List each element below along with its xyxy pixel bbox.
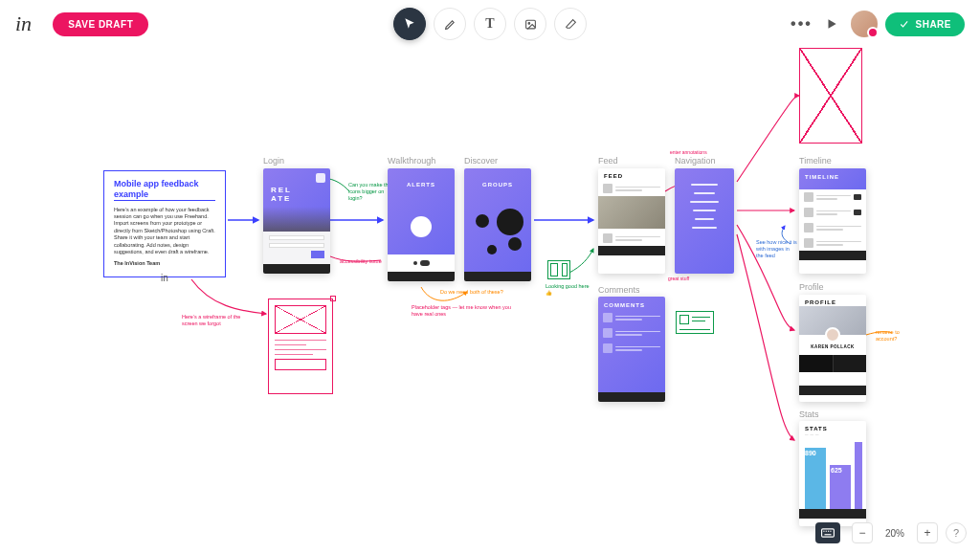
help-button[interactable]: ? [946, 522, 967, 543]
screen-feed[interactable]: FEED [598, 168, 665, 274]
intro-card: Mobile app feedback example Here’s an ex… [103, 170, 226, 277]
svg-rect-7 [825, 534, 832, 535]
label-navigation: Navigation [675, 156, 716, 166]
share-button[interactable]: SHARE [885, 12, 965, 36]
toolbar: T [393, 8, 587, 40]
screen-walkthrough[interactable]: ALERTS [388, 168, 455, 281]
note-nav-pink: enter annotations [670, 149, 718, 156]
profile-name: KAREN POLLACK [799, 344, 866, 349]
avatar[interactable] [851, 11, 878, 37]
note-discover-orange: Do we need both of these? [440, 289, 507, 296]
profile-title: PROFILE [799, 295, 866, 306]
svg-rect-0 [525, 20, 535, 29]
note-timeline-blue: See how nice it is with images in the fe… [756, 239, 798, 259]
screen-profile[interactable]: PROFILE KAREN POLLACK [799, 295, 866, 402]
svg-point-1 [528, 22, 530, 24]
invision-logo: in [15, 11, 32, 36]
note-feed-green: Looking good here 👍 [546, 283, 591, 297]
more-icon[interactable]: ••• [790, 15, 813, 33]
pencil-tool[interactable] [434, 8, 466, 40]
screen-comments[interactable]: COMMENTS [598, 297, 665, 402]
comments-title: COMMENTS [598, 297, 665, 310]
zoom-bar: − 20% + ? [815, 522, 967, 543]
label-profile: Profile [799, 282, 824, 292]
keyboard-icon[interactable] [815, 522, 840, 543]
intro-body: Here’s an example of how your feedback s… [114, 207, 215, 256]
note-nav-pink2: great stuff [668, 276, 716, 282]
topbar: in SAVE DRAFT T ••• SHARE [0, 0, 980, 48]
zoom-in-button[interactable]: + [917, 522, 938, 543]
label-feed: Feed [598, 156, 618, 166]
svg-rect-5 [828, 531, 829, 532]
screen-timeline[interactable]: TIMELINE [799, 168, 866, 274]
note-feed-box [547, 260, 570, 279]
walkthrough-title: ALERTS [388, 168, 455, 188]
svg-rect-4 [826, 531, 827, 532]
screen-discover[interactable]: GROUPS [464, 168, 531, 281]
stats-title: STATS [799, 421, 866, 432]
sketch-wireframe [268, 299, 333, 394]
svg-rect-2 [822, 529, 835, 537]
label-comments: Comments [598, 285, 640, 295]
eraser-tool[interactable] [554, 8, 587, 40]
text-tool[interactable]: T [474, 8, 506, 40]
screen-navigation[interactable] [675, 168, 734, 274]
timeline-title: TIMELINE [799, 168, 866, 182]
pointer-tool[interactable] [393, 8, 426, 40]
intro-title: Mobile app feedback example [114, 179, 215, 201]
note-login-pink: accessibility issue [340, 258, 388, 265]
invision-mark: in [114, 273, 215, 283]
note-profile-orange: rename to account? [876, 329, 922, 343]
discover-title: GROUPS [464, 168, 531, 188]
svg-rect-3 [823, 531, 824, 532]
freehand-canvas[interactable]: Mobile app feedback example Here’s an ex… [0, 48, 980, 553]
save-draft-button[interactable]: SAVE DRAFT [53, 12, 148, 36]
screen-login[interactable]: REL ATE [263, 168, 330, 274]
label-login: Login [263, 156, 284, 166]
zoom-level: 20% [880, 528, 909, 539]
screen-stats[interactable]: STATS ——— 890 625 [799, 421, 866, 526]
label-walkthrough: Walkthrough [388, 156, 435, 166]
note-sketch: Here’s a wireframe of the screen we forg… [182, 314, 256, 327]
image-tool[interactable] [514, 8, 546, 40]
wireframe-large [799, 48, 862, 144]
stats-a: 890 [805, 450, 816, 456]
note-discover-pink: Placeholder tags — let me know when you … [412, 304, 517, 318]
share-label: SHARE [915, 19, 951, 30]
stats-b: 625 [831, 467, 842, 474]
svg-rect-6 [830, 531, 831, 532]
label-discover: Discover [464, 156, 498, 166]
label-stats: Stats [799, 409, 819, 419]
feed-title: FEED [598, 168, 665, 181]
comment-annotation [676, 311, 714, 334]
zoom-out-button[interactable]: − [852, 522, 873, 543]
label-timeline: Timeline [799, 156, 832, 166]
intro-team: The InVision Team [114, 260, 215, 267]
play-button[interactable] [820, 17, 843, 31]
